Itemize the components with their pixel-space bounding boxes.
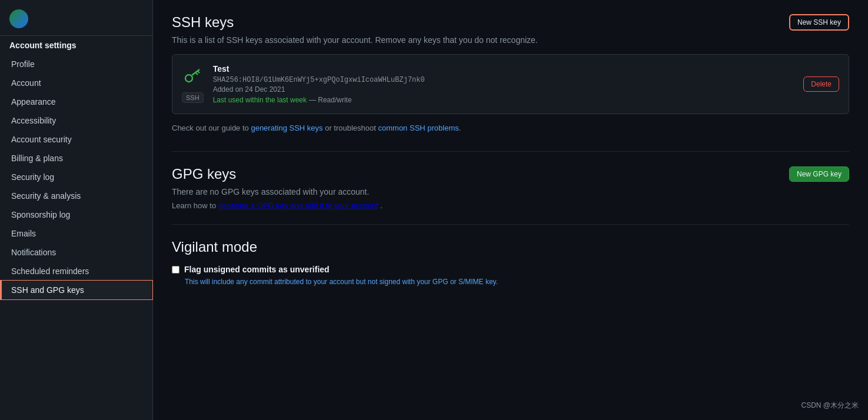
sidebar-item-account-security[interactable]: Account security [0, 130, 152, 149]
sidebar-item-accessibility[interactable]: Accessibility [0, 111, 152, 130]
section-divider-1 [172, 151, 849, 152]
generating-ssh-keys-link[interactable]: generating SSH keys [251, 124, 322, 132]
common-ssh-problems-link[interactable]: common SSH problems [378, 124, 459, 132]
vigilant-section-title: Vigilant mode [172, 239, 849, 255]
gpg-learn-text: Learn how to generate a GPG key and add … [172, 201, 849, 210]
key-badge: SSH [182, 92, 204, 103]
sidebar-header: Account settings [0, 36, 152, 55]
vigilant-checkbox-label[interactable]: Flag unsigned commits as unverified [184, 265, 330, 274]
ssh-section: SSH keys New SSH key This is a list of S… [172, 14, 849, 132]
sidebar-item-sponsorship-log[interactable]: Sponsorship log [0, 205, 152, 224]
watermark: CSDN @木分之米 [801, 401, 859, 411]
guide-prefix: Check out our guide to [172, 124, 251, 132]
ssh-section-title: SSH keys [172, 14, 234, 31]
section-divider-2 [172, 224, 849, 225]
sidebar-item-security-analysis[interactable]: Security & analysis [0, 186, 152, 205]
sidebar-item-notifications[interactable]: Notifications [0, 243, 152, 262]
vigilant-checkbox[interactable] [172, 266, 179, 274]
sidebar: Account settings ProfileAccountAppearanc… [0, 0, 153, 420]
delete-ssh-key-button[interactable]: Delete [803, 76, 839, 92]
vigilant-description: This will include any commit attributed … [185, 278, 849, 286]
key-icon-area: SSH [182, 66, 204, 103]
svg-point-0 [185, 75, 192, 82]
guide-suffix: . [459, 124, 461, 132]
avatar-area [0, 5, 152, 36]
key-access: — Read/write [309, 96, 352, 104]
key-icon [182, 66, 203, 90]
vigilant-section: Vigilant mode Flag unsigned commits as u… [172, 239, 849, 286]
gpg-empty-message: There are no GPG keys associated with yo… [172, 187, 849, 196]
ssh-guide-text: Check out our guide to generating SSH ke… [172, 124, 849, 132]
key-fingerprint: SHA256:HOI8/G1UmK6EnWYj5+xgPQoIgxwiIcoaW… [213, 76, 794, 84]
main-content: SSH keys New SSH key This is a list of S… [153, 0, 868, 420]
sidebar-item-security-log[interactable]: Security log [0, 168, 152, 186]
key-name: Test [213, 64, 794, 74]
gpg-learn-link[interactable]: generate a GPG key and add it to your ac… [218, 201, 378, 210]
sidebar-item-scheduled-reminders[interactable]: Scheduled reminders [0, 262, 152, 281]
key-last-used: Last used within the last week [213, 96, 307, 104]
guide-middle: or troubleshoot [323, 124, 378, 132]
sidebar-item-ssh-gpg-keys[interactable]: SSH and GPG keys [0, 281, 152, 299]
key-last-used-row: Last used within the last week — Read/wr… [213, 95, 794, 104]
gpg-learn-suffix: . [378, 201, 383, 210]
key-date: Added on 24 Dec 2021 [213, 85, 794, 94]
sidebar-item-emails[interactable]: Emails [0, 224, 152, 243]
svg-line-2 [198, 71, 199, 73]
avatar [9, 9, 28, 28]
new-ssh-key-button[interactable]: New SSH key [789, 14, 849, 31]
sidebar-item-account[interactable]: Account [0, 74, 152, 92]
new-gpg-key-button[interactable]: New GPG key [789, 166, 849, 182]
gpg-section-title: GPG keys [172, 166, 236, 182]
vigilant-checkbox-row: Flag unsigned commits as unverified [172, 265, 849, 274]
gpg-section: GPG keys New GPG key There are no GPG ke… [172, 166, 849, 210]
gpg-learn-prefix: Learn how to [172, 201, 218, 210]
svg-line-3 [196, 73, 198, 75]
ssh-key-card: SSH Test SHA256:HOI8/G1UmK6EnWYj5+xgPQoI… [172, 54, 849, 114]
sidebar-item-profile[interactable]: Profile [0, 55, 152, 74]
key-details: Test SHA256:HOI8/G1UmK6EnWYj5+xgPQoIgxwi… [213, 64, 794, 104]
sidebar-item-appearance[interactable]: Appearance [0, 92, 152, 111]
ssh-description: This is a list of SSH keys associated wi… [172, 35, 849, 45]
sidebar-item-billing[interactable]: Billing & plans [0, 149, 152, 168]
